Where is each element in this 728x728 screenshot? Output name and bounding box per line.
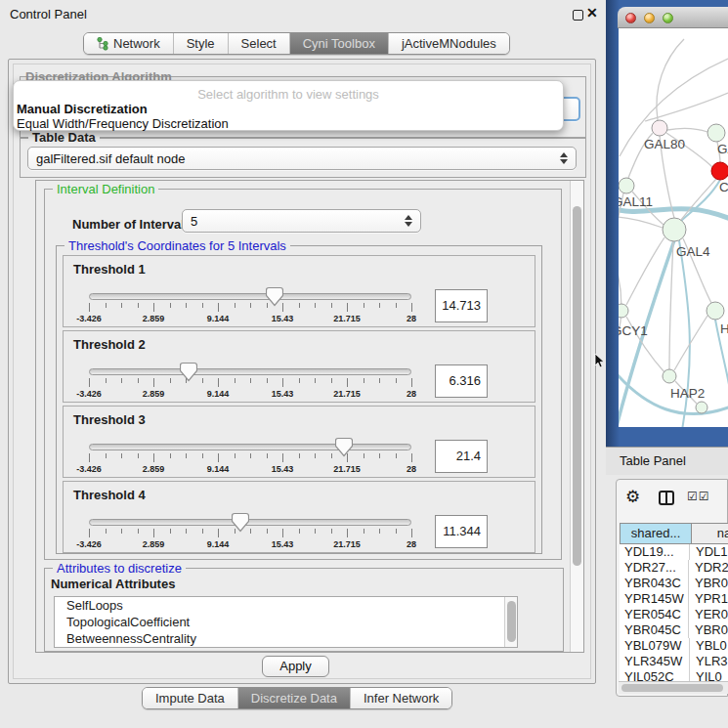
network-edge[interactable] — [626, 237, 664, 305]
attribute-item-betweennesscentrality[interactable]: BetweennessCentrality — [55, 630, 517, 647]
attributes-group-title: Attributes to discretize — [53, 561, 186, 576]
tab-select[interactable]: Select — [229, 33, 290, 54]
network-node-gal11[interactable] — [619, 178, 634, 193]
cell-shared-name[interactable]: YER054C — [620, 607, 689, 622]
mac-minimize-button[interactable] — [644, 13, 655, 23]
network-edge[interactable] — [657, 39, 684, 120]
table-row[interactable]: YBR043CYBR0 — [620, 576, 728, 591]
network-node-gcy1[interactable] — [619, 304, 628, 318]
threshold-slider-thumb[interactable] — [335, 437, 353, 457]
cell-shared-name[interactable]: YLR345W — [620, 654, 690, 669]
column-header-shared-[interactable]: shared... — [620, 523, 692, 544]
network-canvas[interactable]: GAL80GACGAL11GAL4GCY1HHAP2 — [619, 28, 728, 427]
slider-tick — [89, 303, 90, 312]
slider-tick — [267, 378, 268, 383]
network-window-titlebar[interactable] — [618, 7, 728, 28]
network-edge[interactable] — [669, 241, 673, 369]
cell-shared-name[interactable]: YBL079W — [620, 638, 690, 654]
network-node-ga[interactable] — [707, 124, 725, 142]
threshold-slider-track[interactable] — [89, 368, 411, 375]
table-row[interactable]: YER054CYER0 — [620, 607, 728, 622]
network-node-hap2[interactable] — [663, 369, 676, 383]
threshold-slider-track[interactable] — [89, 519, 411, 526]
cell-name[interactable]: YIL0 — [690, 669, 728, 681]
attributes-scrollbar[interactable] — [504, 597, 517, 647]
cell-shared-name[interactable]: YIL052C — [620, 669, 690, 681]
table-row[interactable]: YBR045CYBR0 — [620, 622, 728, 638]
cell-name[interactable]: YBL0 — [690, 638, 728, 654]
cell-shared-name[interactable]: YPR145W — [620, 591, 689, 607]
cell-name[interactable]: YDR2 — [689, 560, 728, 576]
network-edge[interactable] — [674, 316, 707, 370]
settings-scrollbar-thumb[interactable] — [573, 206, 581, 566]
threshold-slider-thumb[interactable] — [180, 362, 197, 382]
cell-shared-name[interactable]: YBR043C — [620, 576, 689, 591]
network-node-c[interactable] — [711, 162, 728, 180]
node-label: GAL80 — [644, 137, 685, 151]
float-window-icon[interactable] — [573, 10, 583, 21]
cell-name[interactable]: YBR0 — [689, 622, 728, 638]
cell-name[interactable]: YPR1 — [689, 591, 728, 607]
network-node-h[interactable] — [707, 302, 724, 320]
tab-infer-network[interactable]: Infer Network — [351, 688, 451, 708]
table-row[interactable]: YLR345WYLR3 — [620, 654, 728, 669]
tab-jactivemnodules[interactable]: jActiveMNodules — [389, 33, 509, 54]
table-row[interactable]: YIL052CYIL0 — [620, 669, 728, 681]
slider-tick — [121, 453, 122, 458]
threshold-slider-track[interactable] — [89, 293, 411, 300]
mac-zoom-button[interactable] — [663, 13, 673, 23]
slider-tick — [235, 453, 236, 458]
threshold-value-field[interactable]: 11.344 — [435, 515, 488, 548]
network-edge[interactable] — [619, 244, 621, 362]
network-node-gal80[interactable] — [652, 120, 667, 136]
threshold-value-field[interactable]: 21.4 — [435, 440, 488, 473]
close-icon[interactable]: ✕ — [586, 5, 598, 21]
cell-shared-name[interactable]: YBR045C — [620, 622, 689, 638]
tab-network[interactable]: Network — [84, 33, 174, 54]
table-hscrollbar-thumb[interactable] — [621, 684, 723, 692]
select-columns-checkbox-icons[interactable]: ☑☑ — [687, 490, 710, 503]
column-header-name[interactable]: name — [692, 523, 728, 544]
algorithm-option-manual-discretization[interactable]: Manual Discretization — [17, 102, 560, 116]
table-row[interactable]: YDL19...YDL1 — [620, 544, 728, 560]
threshold-value-field[interactable]: 14.713 — [435, 289, 488, 322]
table-row[interactable]: YBL079WYBL0 — [620, 638, 728, 654]
slider-tick — [364, 453, 364, 458]
gear-icon[interactable]: ⚙ — [625, 487, 640, 507]
threshold-value-field[interactable]: 6.316 — [435, 364, 488, 398]
tab-style[interactable]: Style — [174, 33, 229, 54]
columns-icon[interactable] — [659, 491, 674, 505]
tab-label: Style — [187, 36, 215, 51]
cell-shared-name[interactable]: YDR27... — [620, 560, 689, 576]
network-node-gal4[interactable] — [663, 218, 686, 241]
apply-button[interactable]: Apply — [262, 656, 329, 677]
network-edge[interactable] — [667, 129, 707, 132]
slider-tick — [331, 378, 332, 383]
table-data-combobox[interactable]: galFiltered.sif default node — [27, 147, 577, 170]
tab-cyni-toolbox[interactable]: Cyni Toolbox — [290, 33, 389, 54]
threshold-slider-track[interactable] — [89, 444, 411, 450]
cell-name[interactable]: YER0 — [689, 607, 728, 622]
settings-scrollbar[interactable] — [570, 181, 583, 652]
cell-name[interactable]: YBR0 — [689, 576, 728, 591]
table-row[interactable]: YPR145WYPR1 — [620, 591, 728, 607]
cell-name[interactable]: YDL1 — [690, 544, 728, 560]
table-hscrollbar[interactable] — [619, 681, 728, 694]
table-row[interactable]: YDR27...YDR2 — [620, 560, 728, 576]
cell-shared-name[interactable]: YDL19... — [620, 544, 690, 560]
tab-impute-data[interactable]: Impute Data — [143, 688, 238, 708]
threshold-slider-thumb[interactable] — [266, 286, 283, 307]
slider-tick — [153, 378, 154, 387]
attributes-scrollbar-thumb[interactable] — [507, 601, 516, 642]
network-edge[interactable] — [679, 180, 720, 223]
mac-close-button[interactable] — [625, 13, 636, 23]
algorithm-option-equal-width-frequency-discretization[interactable]: Equal Width/Frequency Discretization — [17, 116, 560, 131]
attribute-item-selfloops[interactable]: SelfLoops — [55, 597, 517, 614]
number-of-intervals-combobox[interactable]: 5 — [182, 209, 421, 233]
tab-discretize-data[interactable]: Discretize Data — [238, 688, 351, 708]
attribute-item-topologicalcoefficient[interactable]: TopologicalCoefficient — [55, 614, 517, 630]
network-node[interactable] — [696, 402, 707, 413]
threshold-slider-thumb[interactable] — [232, 512, 249, 533]
slider-tick — [121, 303, 122, 308]
cell-name[interactable]: YLR3 — [690, 654, 728, 669]
